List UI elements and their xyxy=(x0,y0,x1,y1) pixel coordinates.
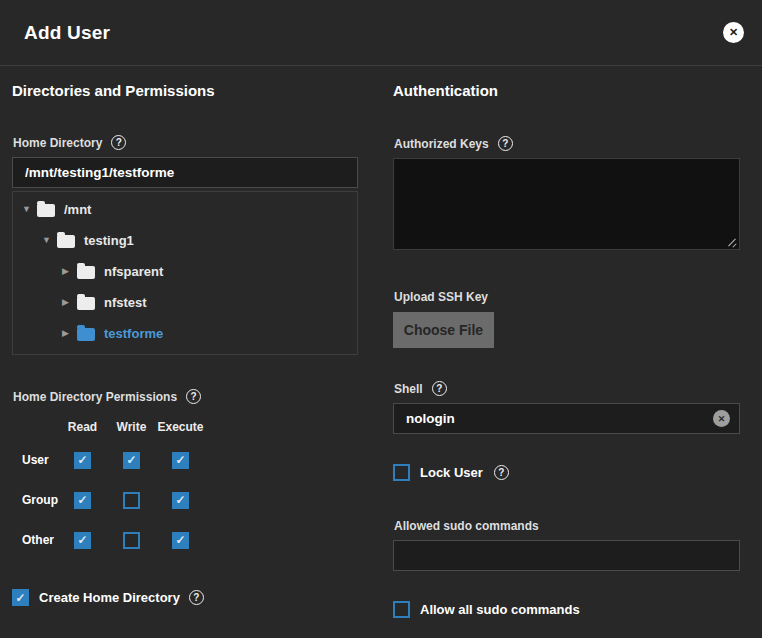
col-header-write: Write xyxy=(107,414,156,440)
section-title-directories: Directories and Permissions xyxy=(12,82,358,99)
tree-item-mnt[interactable]: /mnt xyxy=(13,194,357,225)
help-icon[interactable] xyxy=(498,136,513,151)
help-icon[interactable] xyxy=(432,381,447,396)
checkbox-group-execute[interactable] xyxy=(172,492,189,509)
chevron-down-icon[interactable] xyxy=(22,205,37,214)
authorized-keys-label-row: Authorized Keys xyxy=(393,136,740,151)
home-directory-label-row: Home Directory xyxy=(12,135,358,150)
checkbox-group-write[interactable] xyxy=(123,492,140,509)
upload-ssh-key-label-row: Upload SSH Key xyxy=(393,290,740,304)
home-directory-input[interactable] xyxy=(12,157,358,188)
shell-label-row: Shell xyxy=(393,381,740,396)
allowed-sudo-commands-input[interactable] xyxy=(393,540,740,571)
clear-icon[interactable] xyxy=(713,410,730,427)
tree-item-nfsparent[interactable]: nfsparent xyxy=(13,256,357,287)
row-label-user: User xyxy=(12,440,58,480)
allowed-sudo-commands-label-row: Allowed sudo commands xyxy=(393,519,740,533)
lock-user-label: Lock User xyxy=(420,465,483,480)
lock-user-row: Lock User xyxy=(393,464,740,481)
lock-user-checkbox[interactable] xyxy=(393,464,410,481)
tree-item-testing1[interactable]: testing1 xyxy=(13,225,357,256)
checkbox-user-write[interactable] xyxy=(123,452,140,469)
authentication-section: Authentication Authorized Keys Upload SS… xyxy=(393,66,740,618)
authorized-keys-textarea[interactable] xyxy=(393,158,740,250)
chevron-down-icon[interactable] xyxy=(42,236,57,245)
dialog-header: Add User xyxy=(0,0,762,66)
folder-icon xyxy=(37,204,55,217)
upload-ssh-key-label: Upload SSH Key xyxy=(393,290,488,304)
shell-label: Shell xyxy=(393,382,423,396)
chevron-right-icon[interactable] xyxy=(62,298,77,307)
add-user-dialog: Add User Directories and Permissions Hom… xyxy=(0,0,762,638)
folder-icon xyxy=(77,266,95,279)
checkbox-user-read[interactable] xyxy=(74,452,91,469)
authorized-keys-field xyxy=(393,158,740,250)
tree-item-label: testforme xyxy=(104,326,163,341)
home-directory-label: Home Directory xyxy=(12,136,102,150)
checkbox-group-read[interactable] xyxy=(74,492,91,509)
folder-icon xyxy=(77,297,95,310)
resize-handle-icon[interactable] xyxy=(726,236,737,247)
chevron-right-icon[interactable] xyxy=(62,267,77,276)
home-directory-permissions-label-row: Home Directory Permissions xyxy=(12,389,358,404)
allowed-sudo-commands-label: Allowed sudo commands xyxy=(393,519,539,533)
directory-tree: /mnt testing1 nfsparent nfstest xyxy=(12,191,358,355)
directories-permissions-section: Directories and Permissions Home Directo… xyxy=(12,66,358,618)
folder-icon xyxy=(57,235,75,248)
shell-field xyxy=(393,396,740,434)
col-header-read: Read xyxy=(58,414,107,440)
col-header-execute: Execute xyxy=(156,414,205,440)
checkbox-user-execute[interactable] xyxy=(172,452,189,469)
checkbox-other-execute[interactable] xyxy=(172,532,189,549)
authorized-keys-label: Authorized Keys xyxy=(393,137,489,151)
create-home-directory-row: Create Home Directory xyxy=(12,589,358,606)
tree-item-label: /mnt xyxy=(64,202,91,217)
shell-input[interactable] xyxy=(393,403,740,434)
tree-item-testforme-selected[interactable]: testforme xyxy=(13,318,357,349)
dialog-title: Add User xyxy=(24,22,110,44)
row-label-group: Group xyxy=(12,480,58,520)
chevron-right-icon[interactable] xyxy=(62,329,77,338)
allow-all-sudo-commands-checkbox[interactable] xyxy=(393,601,410,618)
choose-file-button[interactable]: Choose File xyxy=(393,312,494,348)
allow-all-sudo-commands-row: Allow all sudo commands xyxy=(393,601,740,618)
row-label-other: Other xyxy=(12,520,58,560)
help-icon[interactable] xyxy=(111,135,126,150)
checkbox-other-read[interactable] xyxy=(74,532,91,549)
help-icon[interactable] xyxy=(494,465,509,480)
checkbox-other-write[interactable] xyxy=(123,532,140,549)
home-directory-permissions-label: Home Directory Permissions xyxy=(12,390,177,404)
create-home-directory-label: Create Home Directory xyxy=(39,590,180,605)
tree-item-label: nfstest xyxy=(104,295,147,310)
section-title-authentication: Authentication xyxy=(393,82,740,99)
permissions-table: Read Write Execute User Group Other xyxy=(12,414,358,560)
help-icon[interactable] xyxy=(189,590,204,605)
help-icon[interactable] xyxy=(186,389,201,404)
create-home-directory-checkbox[interactable] xyxy=(12,589,29,606)
tree-item-nfstest[interactable]: nfstest xyxy=(13,287,357,318)
close-icon[interactable] xyxy=(723,22,744,43)
folder-icon xyxy=(77,328,95,341)
tree-item-label: testing1 xyxy=(84,233,134,248)
tree-item-label: nfsparent xyxy=(104,264,163,279)
allow-all-sudo-commands-label: Allow all sudo commands xyxy=(420,602,580,617)
dialog-content: Directories and Permissions Home Directo… xyxy=(0,66,762,618)
